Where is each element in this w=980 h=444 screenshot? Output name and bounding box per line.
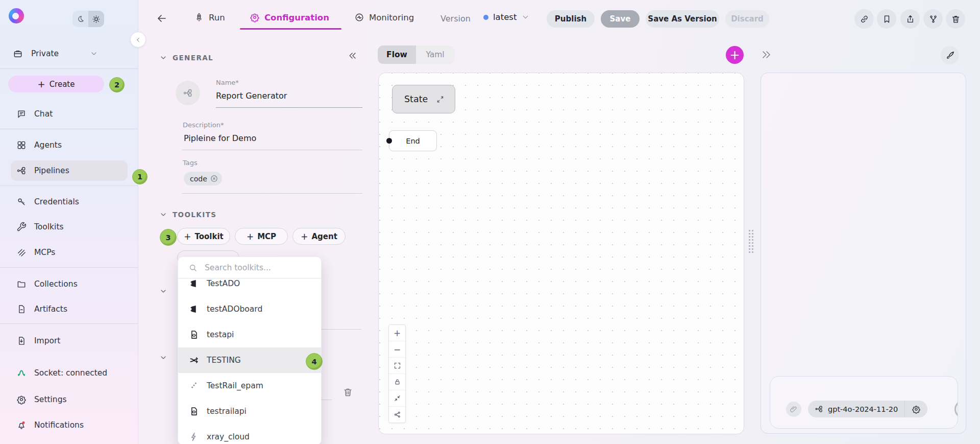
save-as-version-button[interactable]: Save As Version [646,10,719,28]
divider [0,267,138,268]
sidebar-item-credentials[interactable]: Credentials [0,192,138,212]
collapse-nodes-button[interactable] [389,390,405,407]
sidebar-item-mcps[interactable]: MCPs [0,242,138,263]
pipeline-icon [16,166,27,176]
expand-node-icon[interactable] [436,95,445,104]
paintbrush-icon [945,51,955,60]
expand-panel-button[interactable] [760,49,772,61]
sidebar-collapse-button[interactable] [130,32,146,48]
save-button[interactable]: Save [601,10,640,28]
theme-dark-option[interactable] [72,11,88,27]
chevron-down-icon [521,13,530,21]
workspace-selector[interactable]: Private [0,45,138,62]
api-file-icon [189,406,199,416]
pipeline-avatar[interactable] [176,81,200,105]
discard-button[interactable]: Discard [725,10,769,28]
sidebar-item-artifacts[interactable]: Artifacts [0,299,138,319]
notification-dot [22,422,25,424]
theme-light-option[interactable] [88,11,104,27]
add-node-button[interactable]: + [726,46,744,64]
search-icon [188,263,198,272]
toolkit-option-testado[interactable]: TestADO [178,271,321,296]
wrench-icon [16,222,27,232]
model-chip[interactable]: gpt-4o-2024-11-20 [808,401,927,417]
copy-link-button[interactable] [854,9,874,29]
chevron-down-icon[interactable] [159,354,167,362]
button-label: Toolkit [194,232,223,241]
versions-button[interactable] [923,9,943,29]
description-field-value[interactable]: Pipleine for Demo [184,133,256,143]
chat-input-container[interactable]: gpt-4o-2024-11-20 [770,376,958,429]
node-handle[interactable] [386,138,392,144]
toolkit-option-xray-cloud[interactable]: xray_cloud [178,424,321,444]
toolkits-section-header[interactable]: TOOLKITS [159,211,216,219]
tab-flow[interactable]: Flow [378,45,416,64]
app-logo[interactable] [9,8,24,24]
toolkit-option-testadoboard[interactable]: testADOboard [178,296,321,322]
theme-brush-button[interactable] [941,46,959,64]
toolkit-option-testrail-epam[interactable]: TestRail_epam [178,373,321,399]
toolkit-dropdown: TestADO testADOboard testapi TESTING Tes… [178,256,322,444]
auto-layout-button[interactable] [389,407,405,423]
tab-run[interactable]: Run [194,12,225,22]
plus-icon: + [184,231,191,242]
node-state[interactable]: State [392,85,455,113]
sidebar-item-label: Notifications [34,420,84,430]
general-section-header[interactable]: GENERAL [159,54,213,62]
sidebar-item-label: Import [34,336,60,345]
sidebar-item-chat[interactable]: Chat [0,104,138,124]
fit-view-button[interactable] [389,358,405,374]
add-toolkit-button[interactable]: + Toolkit [177,228,230,245]
fit-view-icon [394,362,401,369]
attach-button[interactable] [786,402,801,417]
button-label: MCP [257,232,276,241]
zoom-in-button[interactable]: + [389,325,405,341]
theme-toggle[interactable] [72,11,104,27]
create-button[interactable]: + Create [8,76,104,92]
tab-monitoring[interactable]: Monitoring [354,12,414,22]
sidebar-item-pipelines[interactable]: Pipelines [11,160,128,181]
sidebar-item-import[interactable]: Import [0,331,138,351]
option-label: TestRail_epam [207,381,263,390]
pipeline-icon [183,88,193,98]
sidebar-item-notifications[interactable]: Notifications [0,415,138,435]
tab-yaml[interactable]: Yaml [416,45,454,64]
bookmark-button[interactable] [877,9,896,29]
trash-icon [342,387,353,398]
back-button[interactable] [156,12,168,25]
version-select[interactable]: latest [483,12,530,22]
panel-resize-handle[interactable] [749,230,754,253]
sidebar-item-agents[interactable]: Agents [0,135,138,155]
sidebar-item-collections[interactable]: Collections [0,274,138,294]
node-label: End [406,137,420,145]
annotation-badge-4: 4 [306,353,323,370]
toolkit-option-testapi[interactable]: testapi [178,322,321,347]
folder-icon [16,279,27,289]
export-button[interactable] [900,9,920,29]
tab-configuration[interactable]: Configuration [250,12,329,22]
search-input[interactable] [204,263,308,273]
section-title: GENERAL [173,54,213,62]
sidebar-item-toolkits[interactable]: Toolkits [0,217,138,237]
zoom-out-button[interactable]: − [389,341,405,358]
sidebar-item-settings[interactable]: Settings [0,389,138,410]
azure-devops-icon [189,278,199,289]
toolkit-option-testing[interactable]: TESTING [178,347,321,373]
collapse-panel-button[interactable] [348,51,358,61]
add-mcp-button[interactable]: + MCP [235,228,288,245]
send-button[interactable] [954,400,958,418]
add-agent-button[interactable]: + Agent [292,228,346,245]
remove-tag-icon[interactable] [210,174,218,183]
tag-chip[interactable]: code [184,172,222,185]
lock-button[interactable] [389,374,405,390]
delete-entry-button[interactable] [342,387,353,398]
chevron-down-icon[interactable] [159,287,167,295]
flow-canvas[interactable]: State End + − [378,73,744,434]
toolkit-option-testrailapi[interactable]: testrailapi [178,399,321,424]
zoom-out-icon: − [394,344,401,355]
model-settings-button[interactable] [905,405,927,414]
publish-button[interactable]: Publish [547,10,595,28]
delete-button[interactable] [946,9,965,29]
name-field-value[interactable]: Report Generator [216,91,287,101]
node-end[interactable]: End [389,130,437,151]
